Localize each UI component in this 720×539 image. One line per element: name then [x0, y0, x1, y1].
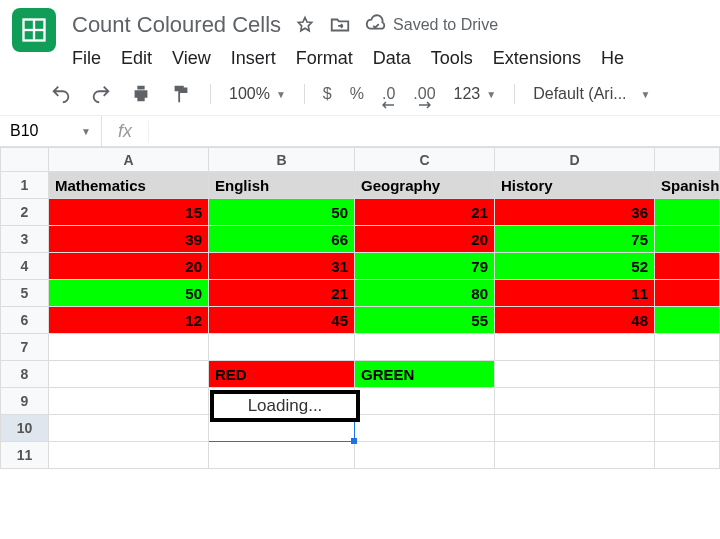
cell-A8[interactable]	[49, 361, 209, 388]
select-all-corner[interactable]	[1, 148, 49, 172]
cell-D6[interactable]: 48	[495, 307, 655, 334]
col-header-C[interactable]: C	[355, 148, 495, 172]
format-currency-button[interactable]: $	[323, 85, 332, 103]
menu-view[interactable]: View	[172, 48, 211, 69]
menu-edit[interactable]: Edit	[121, 48, 152, 69]
row-header-11[interactable]: 11	[1, 442, 49, 469]
chevron-down-icon: ▼	[276, 89, 286, 100]
col-header-B[interactable]: B	[209, 148, 355, 172]
chevron-down-icon: ▼	[486, 89, 496, 100]
undo-icon[interactable]	[50, 83, 72, 105]
loading-label: Loading...	[248, 396, 323, 416]
saved-status[interactable]: Saved to Drive	[365, 14, 498, 36]
cell-A6[interactable]: 12	[49, 307, 209, 334]
cell-A1[interactable]: Mathematics	[49, 172, 209, 199]
row-header-7[interactable]: 7	[1, 334, 49, 361]
cell-C2[interactable]: 21	[355, 199, 495, 226]
cell-C9[interactable]	[355, 388, 495, 415]
cell-D5[interactable]: 11	[495, 280, 655, 307]
cell-B4[interactable]: 31	[209, 253, 355, 280]
font-dropdown[interactable]: Default (Ari... ▼	[533, 85, 650, 103]
menu-tools[interactable]: Tools	[431, 48, 473, 69]
cell-D8[interactable]	[495, 361, 655, 388]
cell-C6[interactable]: 55	[355, 307, 495, 334]
cell-D7[interactable]	[495, 334, 655, 361]
cell-B2[interactable]: 50	[209, 199, 355, 226]
cell-C8[interactable]: GREEN	[355, 361, 495, 388]
row-header-8[interactable]: 8	[1, 361, 49, 388]
cell-A4[interactable]: 20	[49, 253, 209, 280]
cell-D9[interactable]	[495, 388, 655, 415]
format-percent-button[interactable]: %	[350, 85, 364, 103]
menu-insert[interactable]: Insert	[231, 48, 276, 69]
decrease-decimal-button[interactable]: .0	[382, 85, 395, 103]
cell-E8[interactable]	[655, 361, 720, 388]
cell-A11[interactable]	[49, 442, 209, 469]
cell-C11[interactable]	[355, 442, 495, 469]
menu-extensions[interactable]: Extensions	[493, 48, 581, 69]
row-header-4[interactable]: 4	[1, 253, 49, 280]
cell-B3[interactable]: 66	[209, 226, 355, 253]
cell-E6[interactable]	[655, 307, 720, 334]
cell-B7[interactable]	[209, 334, 355, 361]
cell-E5[interactable]	[655, 280, 720, 307]
cell-A9[interactable]	[49, 388, 209, 415]
cell-C4[interactable]: 79	[355, 253, 495, 280]
cell-D3[interactable]: 75	[495, 226, 655, 253]
cell-B11[interactable]	[209, 442, 355, 469]
row-header-10[interactable]: 10	[1, 415, 49, 442]
cell-A2[interactable]: 15	[49, 199, 209, 226]
row-header-2[interactable]: 2	[1, 199, 49, 226]
cell-D10[interactable]	[495, 415, 655, 442]
cell-D2[interactable]: 36	[495, 199, 655, 226]
fill-handle[interactable]	[351, 438, 357, 444]
cell-D4[interactable]: 52	[495, 253, 655, 280]
cell-E10[interactable]	[655, 415, 720, 442]
col-header-D[interactable]: D	[495, 148, 655, 172]
row-header-3[interactable]: 3	[1, 226, 49, 253]
row-header-1[interactable]: 1	[1, 172, 49, 199]
cell-D11[interactable]	[495, 442, 655, 469]
cell-C7[interactable]	[355, 334, 495, 361]
menu-data[interactable]: Data	[373, 48, 411, 69]
zoom-dropdown[interactable]: 100% ▼	[229, 85, 286, 103]
cell-B1[interactable]: English	[209, 172, 355, 199]
row-header-5[interactable]: 5	[1, 280, 49, 307]
name-box[interactable]: B10 ▼	[0, 116, 102, 146]
cell-E7[interactable]	[655, 334, 720, 361]
paint-format-icon[interactable]	[170, 83, 192, 105]
cell-E3[interactable]	[655, 226, 720, 253]
cell-B8[interactable]: RED	[209, 361, 355, 388]
sheets-logo[interactable]	[12, 8, 56, 52]
cell-C3[interactable]: 20	[355, 226, 495, 253]
cell-E4[interactable]	[655, 253, 720, 280]
folder-move-icon[interactable]	[329, 14, 351, 36]
col-header-A[interactable]: A	[49, 148, 209, 172]
cell-A5[interactable]: 50	[49, 280, 209, 307]
cell-A7[interactable]	[49, 334, 209, 361]
menu-file[interactable]: File	[72, 48, 101, 69]
cell-A10[interactable]	[49, 415, 209, 442]
document-title[interactable]: Count Coloured Cells	[72, 12, 281, 38]
row-header-9[interactable]: 9	[1, 388, 49, 415]
cell-E2[interactable]	[655, 199, 720, 226]
print-icon[interactable]	[130, 83, 152, 105]
menu-format[interactable]: Format	[296, 48, 353, 69]
col-header-extra[interactable]	[655, 148, 720, 172]
redo-icon[interactable]	[90, 83, 112, 105]
cell-B5[interactable]: 21	[209, 280, 355, 307]
cell-C10[interactable]	[355, 415, 495, 442]
cell-E11[interactable]	[655, 442, 720, 469]
cell-C1[interactable]: Geography	[355, 172, 495, 199]
cell-D1[interactable]: History	[495, 172, 655, 199]
number-format-dropdown[interactable]: 123 ▼	[454, 85, 497, 103]
increase-decimal-button[interactable]: .00	[413, 85, 435, 103]
menu-he[interactable]: He	[601, 48, 624, 69]
cell-E9[interactable]	[655, 388, 720, 415]
cell-A3[interactable]: 39	[49, 226, 209, 253]
row-header-6[interactable]: 6	[1, 307, 49, 334]
cell-C5[interactable]: 80	[355, 280, 495, 307]
star-icon[interactable]	[295, 15, 315, 35]
cell-E1[interactable]: Spanish	[655, 172, 720, 199]
cell-B6[interactable]: 45	[209, 307, 355, 334]
